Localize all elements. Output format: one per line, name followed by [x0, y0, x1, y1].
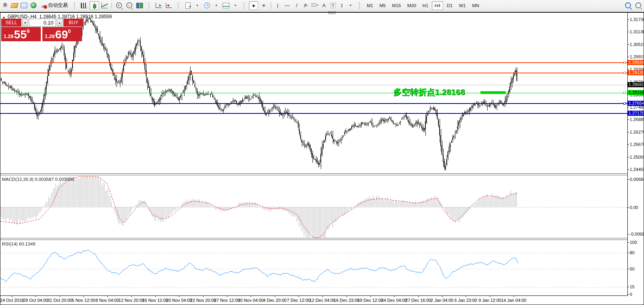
sell-price-small: 1.28 — [4, 33, 13, 39]
chart-shift-icon[interactable] — [164, 1, 173, 10]
price-badge-1.28168: 1.28168 — [628, 90, 644, 95]
autotrading-button[interactable]: ☁自动交易 — [38, 1, 70, 10]
macd-axis-label: 0.00 — [630, 205, 638, 210]
price-level-marker[interactable] — [623, 61, 626, 64]
tile-windows-icon[interactable] — [135, 1, 144, 10]
turning-point-segment[interactable] — [480, 91, 506, 94]
rsi-axis-label: 0 — [630, 292, 632, 297]
sell-button[interactable]: SELL — [1, 19, 21, 27]
crosshair-icon[interactable]: + — [259, 1, 269, 10]
buy-button[interactable]: BUY — [63, 19, 84, 27]
price-badge-1.28559: 1.28559 — [628, 82, 644, 87]
cursor-icon[interactable] — [249, 1, 258, 10]
price-level-line-1.29634[interactable] — [0, 62, 627, 63]
price-tick-label: 1.30515 — [630, 42, 644, 47]
timeframe-m1-button[interactable]: M1 — [364, 1, 376, 10]
macd-pane-splitter[interactable] — [0, 173, 627, 175]
signals-icon[interactable] — [29, 1, 38, 10]
zoom-in-icon[interactable]: + — [114, 1, 124, 10]
price-axis-separator — [627, 13, 628, 295]
indicators-dropdown-caret[interactable]: ▾ — [193, 1, 201, 10]
toolbar-spacer-46 — [483, 1, 622, 10]
gold-bar-icon[interactable] — [10, 1, 19, 10]
chart-frame-left — [0, 12, 0, 305]
toolbar-sep-26 — [271, 2, 271, 9]
chat-icon[interactable] — [633, 1, 643, 10]
periods-dropdown-caret[interactable]: ▾ — [212, 1, 220, 10]
macd-label: MACD(12,26,9) 0.003587 0.003006 — [2, 177, 74, 182]
timeframe-h4-button[interactable]: H4 — [432, 1, 443, 10]
toolbar-handle-13 — [145, 1, 153, 10]
one-click-trade-panel: SELL ▼ ▲ BUY 1.28 55 9 1.28 69 0 — [1, 19, 84, 41]
price-tick-label: 1.29915 — [630, 54, 644, 59]
vertical-line-icon[interactable]: | — [273, 1, 282, 10]
trendline-icon[interactable]: / — [292, 1, 301, 10]
volume-increase-button[interactable]: ▲ — [57, 19, 63, 27]
candlestick-chart-icon[interactable] — [90, 1, 99, 10]
price-tick-label: 1.25670 — [630, 142, 644, 147]
bar-chart-icon[interactable] — [79, 1, 89, 10]
sell-price-big: 55 — [14, 29, 27, 40]
arrows-dropdown-caret[interactable]: ▾ — [347, 1, 354, 10]
toolbar-sep-9 — [111, 2, 112, 9]
price-level-line-1.27178[interactable] — [0, 113, 627, 114]
chart-frame-top — [0, 12, 644, 13]
rsi-axis-label: 80 — [630, 250, 634, 255]
price-level-line-1.28168[interactable] — [0, 93, 627, 93]
timeframe-mn-button[interactable]: MN — [469, 1, 482, 10]
search-icon[interactable] — [623, 1, 633, 10]
templates-icon[interactable] — [221, 1, 231, 10]
timeframe-m15-button[interactable]: M15 — [389, 1, 404, 10]
volume-decrease-button[interactable]: ▼ — [22, 19, 28, 27]
price-tick-label: 1.25055 — [630, 155, 644, 159]
price-level-line-1.27654[interactable] — [0, 103, 627, 104]
auto-scroll-icon[interactable] — [154, 1, 163, 10]
toolbar: 单☁自动交易+−▾▾▾+|—///EFAT▲▼▾M1M5M15M30H1H4D1… — [0, 0, 644, 11]
price-level-marker[interactable] — [623, 102, 626, 105]
periods-icon[interactable] — [202, 1, 211, 10]
timeframe-d1-button[interactable]: D1 — [444, 1, 455, 10]
toolbar-handle-36 — [355, 1, 363, 10]
templates-dropdown-caret[interactable]: ▾ — [231, 1, 239, 10]
price-tick-label: 1.26885 — [630, 117, 644, 122]
timeframe-m5-button[interactable]: M5 — [377, 1, 389, 10]
price-tick-label: 1.26270 — [630, 130, 644, 134]
arrows-icon[interactable]: ▲▼ — [338, 1, 346, 10]
rsi-chart-canvas[interactable] — [0, 241, 627, 295]
buy-price-big: 69 — [55, 29, 68, 40]
price-level-marker[interactable] — [623, 92, 626, 94]
buy-price-panel[interactable]: 1.28 69 0 — [42, 27, 82, 41]
toolbar-handle-23 — [240, 1, 248, 10]
equidistant-channel-icon[interactable]: //E — [302, 1, 310, 10]
macd-chart-canvas[interactable] — [0, 176, 627, 238]
text-label-icon[interactable]: T — [329, 1, 337, 10]
sell-price-pip: 9 — [27, 28, 30, 34]
rsi-label: RSI(14) 60.1349 — [2, 242, 35, 246]
rsi-axis-label: 15 — [630, 284, 634, 289]
sell-price-panel[interactable]: 1.28 55 9 — [1, 27, 41, 41]
price-badge-1.29634: 1.29634 — [628, 60, 644, 65]
macd-axis-label: 0.006844 — [630, 177, 644, 182]
timeframe-h1-button[interactable]: H1 — [420, 1, 431, 10]
text-icon[interactable]: A — [320, 1, 328, 10]
price-badge-1.27178: 1.27178 — [628, 111, 644, 116]
charts-window-icon[interactable] — [19, 1, 28, 10]
turning-point-annotation[interactable]: 多空转折点1.28168 — [393, 86, 465, 98]
line-chart-icon[interactable] — [100, 1, 109, 10]
price-badge-1.29139: 1.29139 — [628, 70, 644, 75]
indicators-icon[interactable] — [183, 1, 192, 10]
new-order-partial-button[interactable]: 单 — [1, 1, 9, 10]
volume-input[interactable] — [29, 19, 56, 27]
price-tick-label: 1.24455 — [630, 167, 644, 172]
rsi-axis-label: 100 — [630, 240, 637, 245]
zoom-out-icon[interactable]: − — [124, 1, 134, 10]
price-level-line-1.29139[interactable] — [0, 73, 627, 73]
price-level-marker[interactable] — [623, 72, 626, 74]
timeframe-m30-button[interactable]: M30 — [404, 1, 419, 10]
timeframe-w1-button[interactable]: W1 — [456, 1, 469, 10]
horizontal-line-icon[interactable]: — — [283, 1, 292, 10]
macd-axis-label: -0.006894 — [630, 232, 644, 236]
rsi-pane-splitter[interactable] — [0, 238, 627, 240]
price-level-line-1.28559[interactable] — [0, 85, 627, 85]
fibonacci-icon[interactable]: F — [311, 1, 319, 10]
